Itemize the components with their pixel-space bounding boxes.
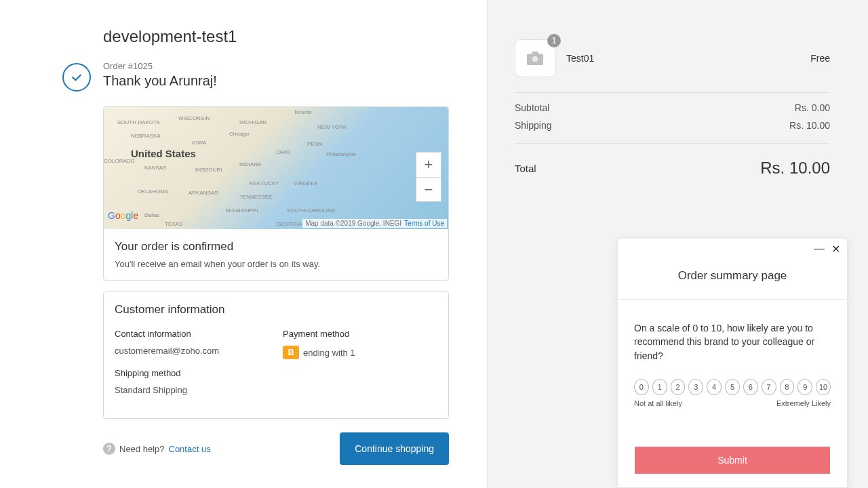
scale-5[interactable]: 5 bbox=[725, 379, 740, 395]
confirm-subtitle: You'll receive an email when your order … bbox=[115, 259, 437, 269]
shipping-method-label: Shipping method bbox=[115, 368, 269, 378]
total-value: Rs. 10.00 bbox=[760, 159, 830, 178]
scale-2[interactable]: 2 bbox=[671, 379, 686, 395]
scale-6[interactable]: 6 bbox=[743, 379, 758, 395]
scale-9[interactable]: 9 bbox=[797, 379, 812, 395]
svg-rect-1 bbox=[532, 52, 538, 56]
product-row: 1 Test01 Free bbox=[515, 39, 830, 77]
map-zoom-controls: + − bbox=[416, 152, 441, 202]
checkmark-icon bbox=[62, 63, 91, 92]
scale-7[interactable]: 7 bbox=[762, 379, 776, 395]
scale-8[interactable]: 8 bbox=[780, 379, 795, 395]
minimize-button[interactable]: — bbox=[814, 243, 825, 256]
survey-title: Order summary page bbox=[618, 260, 847, 299]
scale-1[interactable]: 1 bbox=[652, 379, 667, 395]
customer-info-card: Customer information Contact information… bbox=[103, 291, 449, 419]
google-logo: Google bbox=[108, 210, 138, 221]
contact-us-link[interactable]: Contact us bbox=[169, 444, 211, 454]
order-number: Order #1025 bbox=[103, 61, 217, 71]
zoom-out-button[interactable]: − bbox=[416, 177, 441, 201]
store-name: development-test1 bbox=[103, 27, 449, 46]
survey-popup: — ✕ Order summary page On a scale of 0 t… bbox=[617, 238, 848, 488]
shipping-value: Rs. 10.00 bbox=[789, 120, 830, 131]
payment-method-label: Payment method bbox=[283, 329, 437, 339]
map-country-label: United States bbox=[131, 148, 196, 159]
quantity-badge: 1 bbox=[547, 34, 561, 47]
scale-high-label: Extremely Likely bbox=[776, 399, 831, 407]
survey-submit-button[interactable]: Submit bbox=[635, 447, 830, 474]
scale-10[interactable]: 10 bbox=[816, 379, 831, 395]
total-label: Total bbox=[515, 163, 536, 174]
continue-shopping-button[interactable]: Continue shopping bbox=[340, 432, 449, 465]
subtotal-label: Subtotal bbox=[515, 102, 549, 113]
confirm-title: Your order is confirmed bbox=[115, 240, 437, 253]
payment-badge-icon: B bbox=[283, 346, 299, 359]
scale-4[interactable]: 4 bbox=[707, 379, 722, 395]
survey-question: On a scale of 0 to 10, how likely are yo… bbox=[634, 321, 831, 363]
subtotal-value: Rs. 0.00 bbox=[795, 102, 830, 113]
product-name: Test01 bbox=[566, 53, 800, 64]
shipping-map[interactable]: United States SOUTH DAKOTA WISCONSIN MIC… bbox=[104, 107, 448, 229]
scale-low-label: Not at all likely bbox=[634, 399, 682, 407]
customer-info-title: Customer information bbox=[115, 303, 437, 317]
close-button[interactable]: ✕ bbox=[831, 243, 840, 256]
scale-0[interactable]: 0 bbox=[634, 379, 649, 395]
contact-info-label: Contact information bbox=[115, 329, 269, 339]
product-price: Free bbox=[810, 53, 830, 64]
shipping-label: Shipping bbox=[515, 120, 552, 131]
product-image-placeholder: 1 bbox=[515, 39, 555, 77]
zoom-in-button[interactable]: + bbox=[416, 152, 441, 177]
contact-email: customeremail@zoho.com bbox=[115, 346, 269, 356]
thank-you-message: Thank you Arunraj! bbox=[103, 73, 217, 89]
order-confirmed-card: United States SOUTH DAKOTA WISCONSIN MIC… bbox=[103, 106, 449, 281]
nps-scale: 0 1 2 3 4 5 6 7 8 9 10 bbox=[634, 379, 831, 395]
svg-point-2 bbox=[532, 56, 538, 62]
shipping-method-value: Standard Shipping bbox=[115, 385, 269, 395]
scale-3[interactable]: 3 bbox=[688, 379, 703, 395]
map-attribution: Map data ©2019 Google, INEGI Terms of Us… bbox=[302, 219, 447, 228]
payment-method-value: B ending with 1 bbox=[283, 346, 437, 359]
help-icon: ? bbox=[103, 443, 115, 455]
help-text: Need help? bbox=[119, 444, 165, 454]
